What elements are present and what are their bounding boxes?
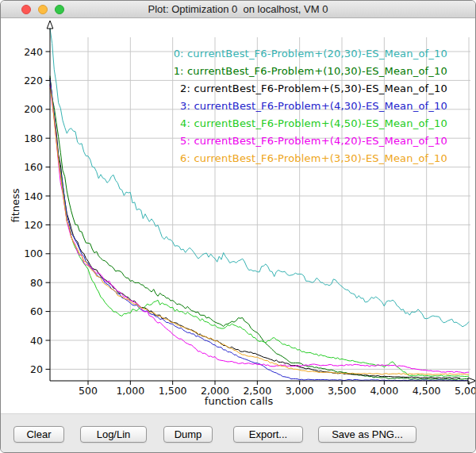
y-tick-label: 80 [30, 277, 43, 289]
y-tick-label: 200 [24, 103, 43, 115]
clear-button[interactable]: Clear [13, 426, 64, 443]
y-tick-label: 240 [24, 46, 43, 58]
y-axis-arrow-icon [47, 21, 53, 29]
y-tick-label: 60 [30, 305, 43, 317]
y-axis-label: fitness [10, 178, 22, 233]
legend-entry: 2: currentBest_F6-Problem+(5,30)-ES_Mean… [174, 80, 447, 98]
dump-button[interactable]: Dump [163, 426, 213, 443]
log-lin-button[interactable]: Log/Lin [80, 426, 147, 443]
x-axis-label: function calls [1, 395, 476, 407]
y-tick-label: 140 [24, 190, 43, 202]
plot-window: Plot: Optimization 0 on localhost, VM 0 … [0, 0, 476, 453]
y-tick-label: 120 [24, 219, 43, 231]
titlebar: Plot: Optimization 0 on localhost, VM 0 [1, 1, 475, 18]
y-tick-label: 160 [24, 161, 43, 173]
legend-entry: 0: currentBest_F6-Problem+(20,30)-ES_Mea… [174, 45, 447, 63]
legend-entry: 1: currentBest_F6-Problem+(10,30)-ES_Mea… [174, 63, 447, 80]
legend-entry: 4: currentBest_F6-Problem+(4,50)-ES_Mean… [174, 115, 447, 132]
legend-entry: 5: currentBest_F6-Problem+(4,20)-ES_Mean… [174, 132, 447, 150]
export-button[interactable]: Export... [233, 426, 303, 443]
y-tick-label: 20 [30, 363, 43, 375]
save-as-png-button[interactable]: Save as PNG... [318, 426, 416, 443]
window-title: Plot: Optimization 0 on localhost, VM 0 [1, 3, 475, 15]
legend: 0: currentBest_F6-Problem+(20,30)-ES_Mea… [174, 45, 447, 167]
y-tick-label: 220 [24, 75, 43, 86]
y-tick-label: 180 [24, 132, 43, 144]
button-bar: Clear Log/Lin Dump Export... Save as PNG… [1, 413, 476, 453]
plot-panel: 204060801001201401601802002202405001,000… [1, 18, 476, 413]
legend-entry: 3: currentBest_F6-Problem+(4,30)-ES_Mean… [174, 98, 447, 115]
y-tick-label: 40 [30, 335, 43, 347]
y-tick-label: 100 [24, 248, 43, 259]
legend-entry: 6: currentBest_F6-Problem+(3,30)-ES_Mean… [174, 150, 447, 167]
